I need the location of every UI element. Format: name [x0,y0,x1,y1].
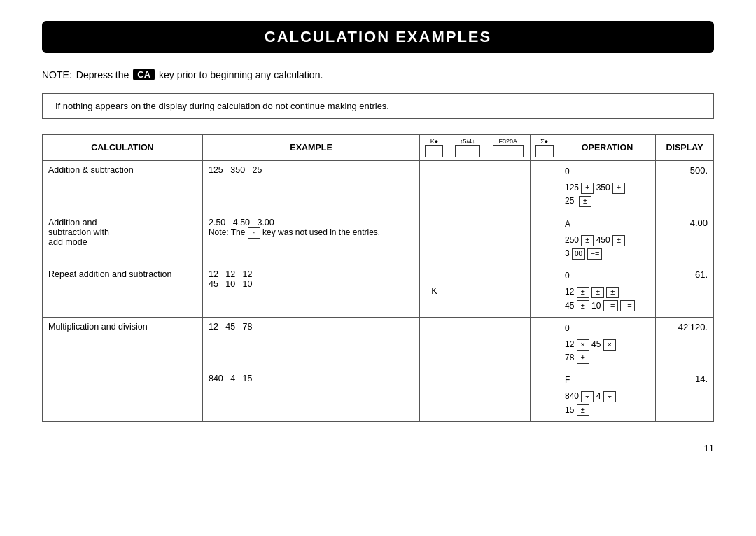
warning-box: If nothing appears on the display during… [42,93,714,119]
k-col-row2 [420,213,449,265]
sigma-col-row4a [530,317,559,369]
header-operation: OPERATION [559,135,655,161]
times-btn2: × [603,339,616,351]
example-multdiv-2: 840 4 15 [202,369,419,422]
f320a-col-row1 [486,161,530,213]
calc-name-add-mode: Addition andsubtraction withadd mode [43,213,203,265]
sigma-label: Σ● [540,138,548,145]
header-f320a-key: F320A [486,135,530,161]
sigma-col-row4b [530,369,559,422]
f320a-col-row4b [486,369,530,422]
calc-name-repeat: Repeat addition and subtraction [43,265,203,318]
display-multdiv-2: 14. [656,369,714,422]
operation-add-mode: A 250 ± 450 ± 3 00 −= [559,213,655,265]
example-add-mode: 2.50 4.50 3.00 Note: The · key was not u… [202,213,419,265]
pm-r1: ± [577,287,589,298]
table-row: Repeat addition and subtraction 12 12 12… [43,265,714,318]
display-add-mode: 4.00 [656,213,714,265]
header-sigma-key: Σ● [530,135,559,161]
operation-repeat: 0 12 ± ± ± 45 ± 10 −= −= [559,265,655,318]
example-multdiv-1: 12 45 78 [202,317,419,369]
times-btn1: × [577,339,589,351]
note-line: NOTE: Depress the CA key prior to beginn… [42,69,714,80]
page-number: 11 [42,443,714,453]
k-rect [425,145,443,157]
sigma-col-row3 [530,265,559,318]
header-k-key: K● [420,135,449,161]
pm-r2: ± [592,287,604,298]
arrow-col-row3 [449,265,486,318]
table-row: Addition & subtraction 125 350 25 0 125 … [43,161,714,213]
f320a-col-row3 [486,265,530,318]
pm-btn-a1: ± [581,235,594,246]
operation-multdiv-1: 0 12 × 45 × 78 ± [559,317,655,369]
f320a-col-row4a [486,317,530,369]
operation-addition-subtraction: 0 125 ± 350 ± 25 ± [559,161,655,213]
header-arrow-key: ↕5/4↓ [449,135,486,161]
pm-m1: ± [577,353,589,364]
display-multdiv-1: 42'120. [656,317,714,369]
arrow-col-row4b [449,369,486,422]
dot-key: · [248,227,260,239]
note-text: Depress the [76,69,129,80]
pm-btn-a2: ± [612,235,625,246]
arrow-rect [455,145,480,157]
sigma-col-row2 [530,213,559,265]
ca-key: CA [133,69,155,80]
zero-zero-btn: 00 [572,248,585,260]
k-col-row4a [420,317,449,369]
table-row: Multiplication and division 12 45 78 0 1… [43,317,714,369]
calc-name-addition-subtraction: Addition & subtraction [43,161,203,213]
f320a-rect [493,145,524,157]
calc-name-multdiv: Multiplication and division [43,317,203,421]
k-col-row1 [420,161,449,213]
note-suffix: key prior to beginning any calculation. [159,69,323,80]
f320a-col-row2 [486,213,530,265]
pm-r4: ± [577,300,589,311]
div-btn2: ÷ [603,391,616,402]
display-addition-subtraction: 500. [656,161,714,213]
display-repeat: 61. [656,265,714,318]
sigma-rect [536,145,554,157]
pm-r3: ± [606,287,619,298]
example-repeat: 12 12 12 45 10 10 [202,265,419,318]
k-label: K● [430,138,438,145]
header-display: DISPLAY [656,135,714,161]
arrow-col-row4a [449,317,486,369]
sigma-col-row1 [530,161,559,213]
meq-r2: −= [620,300,635,311]
page-title: CALCULATION EXAMPLES [265,28,491,45]
k-col-row4b [420,369,449,422]
table-row: Addition andsubtraction withadd mode 2.5… [43,213,714,265]
arrow-col-row1 [449,161,486,213]
title-bar: CALCULATION EXAMPLES [42,21,714,53]
header-example: EXAMPLE [202,135,419,161]
plus-minus-btn3: ± [579,196,592,207]
warning-text: If nothing appears on the display during… [55,101,389,111]
note-prefix: NOTE: [42,69,72,80]
div-btn1: ÷ [581,391,594,402]
pm-m2: ± [577,404,589,416]
minus-eq-btn: −= [587,248,602,260]
arrow-label: ↕5/4↓ [460,138,475,145]
example-addition-subtraction: 125 350 25 [202,161,419,213]
table-header-row: CALCULATION EXAMPLE K● ↕5/4↓ F32 [43,135,714,161]
calculation-table: CALCULATION EXAMPLE K● ↕5/4↓ F32 [42,134,714,422]
f320a-label: F320A [498,138,517,145]
operation-multdiv-2: F 840 ÷ 4 ÷ 15 ± [559,369,655,422]
meq-r1: −= [603,300,618,311]
k-col-row3: K [420,265,449,318]
plus-minus-btn: ± [581,183,594,194]
arrow-col-row2 [449,213,486,265]
header-calculation: CALCULATION [43,135,203,161]
plus-minus-btn2: ± [612,183,625,194]
